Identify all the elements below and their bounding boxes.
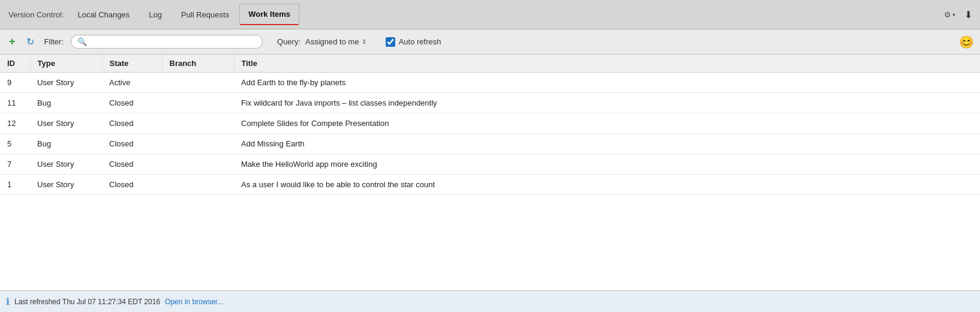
table-row[interactable]: 11BugClosedFix wildcard for Java imports…	[0, 93, 980, 113]
col-header-state: State	[102, 55, 162, 73]
cell-branch-5	[162, 175, 234, 195]
cell-state-3: Closed	[102, 134, 162, 154]
query-chevron-icon: ⇕	[362, 38, 366, 45]
cell-id-4: 7	[0, 154, 30, 175]
tab-pull-requests[interactable]: Pull Requests	[172, 4, 238, 25]
status-bar: ℹ Last refreshed Thu Jul 07 11:27:34 EDT…	[0, 290, 980, 312]
auto-refresh-area: Auto refresh	[386, 37, 441, 47]
table-row[interactable]: 9User StoryActiveAdd Earth to the fly-by…	[0, 73, 980, 93]
table-row[interactable]: 5BugClosedAdd Missing Earth	[0, 134, 980, 154]
cell-state-1: Closed	[102, 93, 162, 113]
cell-type-2: User Story	[30, 113, 102, 134]
work-items-table: ID Type State Branch Title 9User StoryAc…	[0, 55, 980, 195]
plus-icon: +	[9, 35, 16, 48]
auto-refresh-label: Auto refresh	[399, 37, 441, 46]
work-items-table-container: ID Type State Branch Title 9User StoryAc…	[0, 55, 980, 290]
settings-button[interactable]: ⚙ ▾	[942, 8, 958, 22]
cell-branch-2	[162, 113, 234, 134]
tab-work-items-label: Work Items	[248, 10, 290, 19]
cell-title-3: Add Missing Earth	[234, 134, 980, 154]
col-header-title: Title	[234, 55, 980, 73]
tab-pull-requests-label: Pull Requests	[181, 10, 229, 19]
cell-branch-1	[162, 93, 234, 113]
download-icon: ⬇	[964, 9, 972, 20]
toolbar: + ↻ Filter: 🔍 Query: Assigned to me ⇕ Au…	[0, 29, 980, 55]
status-text: Last refreshed Thu Jul 07 11:27:34 EDT 2…	[14, 298, 160, 306]
filter-label: Filter:	[44, 37, 64, 46]
chevron-down-icon: ▾	[952, 11, 955, 18]
cell-type-3: Bug	[30, 134, 102, 154]
cell-title-4: Make the HelloWorld app more exciting	[234, 154, 980, 175]
search-icon: 🔍	[77, 37, 87, 46]
gear-icon: ⚙	[944, 10, 951, 19]
refresh-icon: ↻	[26, 36, 34, 47]
cell-state-0: Active	[102, 73, 162, 93]
cell-state-5: Closed	[102, 175, 162, 195]
cell-branch-0	[162, 73, 234, 93]
tab-actions: ⚙ ▾ ⬇	[942, 7, 975, 22]
col-header-type: Type	[30, 55, 102, 73]
table-header: ID Type State Branch Title	[0, 55, 980, 73]
table-row[interactable]: 12User StoryClosedComplete Slides for Co…	[0, 113, 980, 134]
smiley-button[interactable]: 😊	[959, 35, 974, 49]
info-icon: ℹ	[6, 296, 10, 307]
cell-title-5: As a user I would like to be able to con…	[234, 175, 980, 195]
cell-title-0: Add Earth to the fly-by planets	[234, 73, 980, 93]
table-row[interactable]: 1User StoryClosedAs a user I would like …	[0, 175, 980, 195]
tab-log-label: Log	[149, 10, 162, 19]
tab-bar: Version Control: Local Changes Log Pull …	[0, 0, 980, 29]
add-button[interactable]: +	[6, 34, 19, 50]
cell-id-0: 9	[0, 73, 30, 93]
tab-local-changes-label: Local Changes	[78, 10, 130, 19]
cell-state-4: Closed	[102, 154, 162, 175]
tab-local-changes[interactable]: Local Changes	[69, 4, 139, 25]
search-input[interactable]	[91, 37, 256, 46]
cell-branch-4	[162, 154, 234, 175]
query-value: Assigned to me	[305, 37, 359, 46]
open-browser-link[interactable]: Open in browser...	[165, 298, 223, 306]
smiley-icon: 😊	[959, 35, 974, 49]
query-selector[interactable]: Assigned to me ⇕	[305, 37, 366, 46]
col-header-id: ID	[0, 55, 30, 73]
version-control-label: Version Control:	[5, 10, 68, 19]
cell-title-1: Fix wildcard for Java imports – list cla…	[234, 93, 980, 113]
cell-id-1: 11	[0, 93, 30, 113]
refresh-button[interactable]: ↻	[23, 34, 37, 49]
tab-log[interactable]: Log	[140, 4, 171, 25]
col-header-branch: Branch	[162, 55, 234, 73]
cell-id-3: 5	[0, 134, 30, 154]
cell-type-5: User Story	[30, 175, 102, 195]
download-button[interactable]: ⬇	[961, 7, 975, 22]
query-label: Query:	[277, 37, 300, 46]
auto-refresh-checkbox[interactable]	[386, 37, 395, 47]
cell-id-5: 1	[0, 175, 30, 195]
table-body: 9User StoryActiveAdd Earth to the fly-by…	[0, 73, 980, 195]
cell-state-2: Closed	[102, 113, 162, 134]
search-box[interactable]: 🔍	[71, 35, 263, 49]
cell-branch-3	[162, 134, 234, 154]
table-row[interactable]: 7User StoryClosedMake the HelloWorld app…	[0, 154, 980, 175]
cell-id-2: 12	[0, 113, 30, 134]
tab-work-items[interactable]: Work Items	[239, 4, 299, 25]
cell-type-4: User Story	[30, 154, 102, 175]
cell-type-0: User Story	[30, 73, 102, 93]
cell-type-1: Bug	[30, 93, 102, 113]
cell-title-2: Complete Slides for Compete Presentation	[234, 113, 980, 134]
